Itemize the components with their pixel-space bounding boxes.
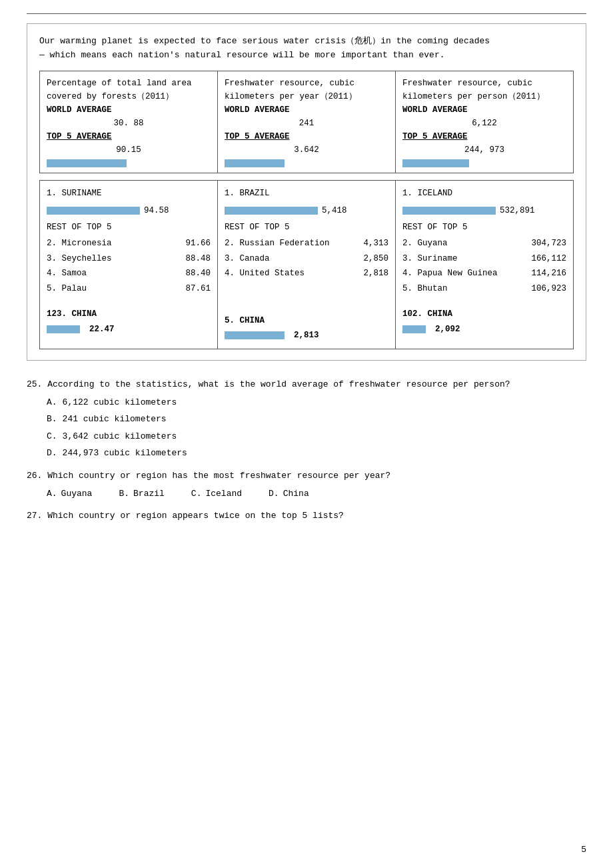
col1-item1-name: 2. Micronesia xyxy=(47,236,112,251)
q26-option-a[interactable]: A. Guyana xyxy=(47,486,92,501)
col1-bar-row xyxy=(47,159,211,167)
col3-item3-value: 114,216 xyxy=(531,266,566,281)
col1-item2-name: 3. Seychelles xyxy=(47,251,112,267)
col1-item4-name: 5. Palau xyxy=(47,281,87,297)
q26-option-d[interactable]: D. China xyxy=(269,486,309,501)
col2-header: Freshwater resource, cubic kilometers pe… xyxy=(218,71,396,173)
q25-options: A. 6,122 cubic kilometers B. 241 cubic k… xyxy=(27,395,586,461)
q25-option-c[interactable]: C. 3,642 cubic kilometers xyxy=(47,429,586,444)
q25-option-a[interactable]: A. 6,122 cubic kilometers xyxy=(47,395,586,410)
col3-china-value: 2,092 xyxy=(435,322,460,337)
col1-sub-item-2: 3. Seychelles 88.48 xyxy=(47,251,211,267)
col2-china-bar-row: 2,813 xyxy=(225,328,388,343)
col3-title: Freshwater resource, cubic kilometers pe… xyxy=(402,77,566,103)
col3-top5-bar xyxy=(402,159,469,167)
col2-rank1-bar-row: 5,418 xyxy=(225,203,388,219)
col2-china-bar xyxy=(225,331,285,339)
col3-bar-row xyxy=(402,159,566,167)
col1-rest-label: REST OF TOP 5 xyxy=(47,220,211,235)
col3-sub-item-1: 2. Guyana 304,723 xyxy=(402,236,566,251)
q25-text-b: 241 cubic kilometers xyxy=(63,411,167,427)
q25-option-d[interactable]: D. 244,973 cubic kilometers xyxy=(47,445,586,461)
q26-text-a: Guyana xyxy=(61,486,93,501)
q26-label-a: A. xyxy=(47,486,57,501)
col1-rank1-bar-row: 94.58 xyxy=(47,203,211,219)
q26-label-c: C. xyxy=(191,486,202,501)
q27-question: Which country or region appears twice on… xyxy=(47,511,344,521)
stats-header-table: Percentage of total land area covered by… xyxy=(39,71,574,173)
col3-top5-avg-value: 244, 973 xyxy=(402,143,566,157)
col1-item4-value: 87.61 xyxy=(185,281,211,297)
q26-option-c[interactable]: C. Iceland xyxy=(191,486,242,501)
col3-rank1-value: 532,891 xyxy=(500,203,535,219)
q25-label-c: C. xyxy=(47,429,57,444)
col1-world-avg-value: 30. 88 xyxy=(47,117,211,130)
col2-item3-value: 2,818 xyxy=(363,266,388,281)
intro-paragraph: Our warming planet is expected to face s… xyxy=(39,35,574,63)
col2-item2-value: 2,850 xyxy=(363,251,388,267)
col2-top5-avg-value: 3.642 xyxy=(225,143,388,157)
col3-top5-avg-label: TOP 5 AVERAGE xyxy=(402,130,566,143)
q25-question: According to the statistics, what is the… xyxy=(47,379,510,389)
q25-text-a: 6,122 cubic kilometers xyxy=(63,395,177,410)
question-26: 26. Which country or region has the most… xyxy=(27,468,586,502)
col1-sub-item-3: 4. Samoa 88.40 xyxy=(47,266,211,281)
col2-data: 1. BRAZIL 5,418 REST OF TOP 5 2. Russian… xyxy=(218,180,396,349)
col3-sub-item-4: 5. Bhutan 106,923 xyxy=(402,281,566,297)
q25-number: 25. xyxy=(27,379,42,389)
col2-rank1: 1. BRAZIL xyxy=(225,186,388,201)
q26-label-d: D. xyxy=(269,486,279,501)
col1-title: Percentage of total land area covered by… xyxy=(47,77,211,103)
q25-text-c: 3,642 cubic kilometers xyxy=(63,429,177,444)
col1-rank1-bar xyxy=(47,207,140,215)
col3-item4-value: 106,923 xyxy=(531,281,566,297)
col1-top5-avg-value: 90.15 xyxy=(47,143,211,157)
col3-china-row: 102. CHINA 2,092 xyxy=(402,307,566,337)
col1-top5-bar xyxy=(47,159,127,167)
col1-world-avg-label: WORLD AVERAGE xyxy=(47,103,211,117)
col2-world-avg-value: 241 xyxy=(225,117,388,130)
col1-china-bar-row: 22.47 xyxy=(47,322,211,337)
col3-rest-label: REST OF TOP 5 xyxy=(402,220,566,235)
col1-china-row: 123. CHINA 22.47 xyxy=(47,307,211,337)
col3-item4-name: 5. Bhutan xyxy=(402,281,448,297)
col3-item1-value: 304,723 xyxy=(531,236,566,251)
questions-section: 25. According to the statistics, what is… xyxy=(27,377,586,524)
q26-option-b[interactable]: B. Brazil xyxy=(119,486,164,501)
main-content-box: Our warming planet is expected to face s… xyxy=(27,23,586,361)
q25-text: 25. According to the statistics, what is… xyxy=(27,377,586,392)
col2-world-avg-label: WORLD AVERAGE xyxy=(225,103,388,117)
col3-rank1-bar-row: 532,891 xyxy=(402,203,566,219)
col2-top5-bar xyxy=(225,159,285,167)
col3-item2-name: 3. Suriname xyxy=(402,251,458,267)
col1-china-rank: 123. CHINA xyxy=(47,307,211,322)
q25-label-a: A. xyxy=(47,395,57,410)
col2-china-value: 2,813 xyxy=(294,328,319,343)
q26-label-b: B. xyxy=(119,486,129,501)
q26-options: A. Guyana B. Brazil C. Iceland D. China xyxy=(27,486,586,501)
col1-china-bar xyxy=(47,325,80,333)
q27-number: 27. xyxy=(27,511,42,521)
q25-label-b: B. xyxy=(47,411,57,427)
col1-sub-item-4: 5. Palau 87.61 xyxy=(47,281,211,297)
col1-rank1: 1. SURINAME xyxy=(47,186,211,201)
q25-label-d: D. xyxy=(47,445,57,461)
col3-header: Freshwater resource, cubic kilometers pe… xyxy=(396,71,574,173)
question-25: 25. According to the statistics, what is… xyxy=(27,377,586,461)
col3-world-avg-value: 6,122 xyxy=(402,117,566,130)
q25-option-b[interactable]: B. 241 cubic kilometers xyxy=(47,411,586,427)
col1-header: Percentage of total land area covered by… xyxy=(40,71,218,173)
q25-text-d: 244,973 cubic kilometers xyxy=(63,445,187,461)
col2-item2-name: 3. Canada xyxy=(225,251,270,267)
col2-sub-item-2: 3. Canada 2,850 xyxy=(225,251,388,267)
col3-sub-item-3: 4. Papua New Guinea 114,216 xyxy=(402,266,566,281)
col1-item3-value: 88.40 xyxy=(185,266,211,281)
intro-line1: Our warming planet is expected to face s… xyxy=(39,35,574,49)
col1-item1-value: 91.66 xyxy=(185,236,211,251)
col2-title: Freshwater resource, cubic kilometers pe… xyxy=(225,77,388,103)
page-number: 5 xyxy=(581,845,586,855)
col2-item1-name: 2. Russian Federation xyxy=(225,236,330,251)
col1-rank1-value: 94.58 xyxy=(144,203,169,219)
col3-item1-name: 2. Guyana xyxy=(402,236,448,251)
col3-item2-value: 166,112 xyxy=(531,251,566,267)
